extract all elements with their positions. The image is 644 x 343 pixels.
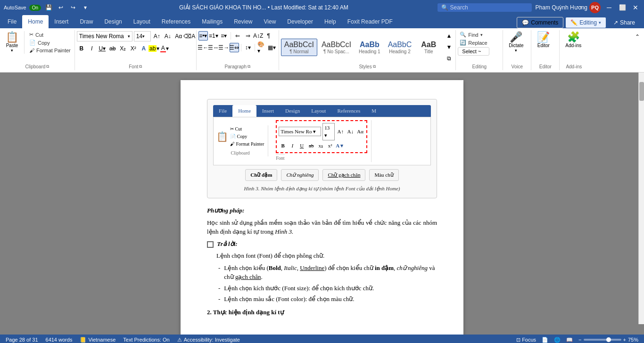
fig-tab-references[interactable]: References: [331, 105, 366, 117]
paste-button[interactable]: 📋 Paste ▾: [2, 31, 22, 54]
zoom-in-button[interactable]: +: [623, 337, 626, 343]
fig-tab-file[interactable]: File: [213, 105, 232, 117]
format-painter-button[interactable]: 🖌 Format Painter: [27, 47, 73, 54]
styles-scroll-down[interactable]: ▼: [444, 42, 454, 52]
clipboard-expand[interactable]: ⧉: [46, 64, 49, 69]
styles-more[interactable]: ⧉: [444, 54, 454, 63]
search-input[interactable]: [450, 4, 526, 11]
cut-button[interactable]: ✂ Cut: [27, 31, 73, 38]
style-heading2[interactable]: AaBbC Heading 2: [385, 39, 415, 56]
borders-button[interactable]: ▦▾: [267, 43, 277, 52]
tab-foxit[interactable]: Foxit Reader PDF: [342, 15, 398, 28]
fig-tab-home[interactable]: Home: [232, 105, 256, 117]
align-center-button[interactable]: ☰↔: [209, 43, 218, 52]
highlight-color-button[interactable]: ab▾: [149, 44, 159, 53]
autosave-toggle[interactable]: On: [29, 5, 41, 11]
minimize-icon[interactable]: ─: [604, 3, 614, 12]
view-read-button[interactable]: 📖: [566, 337, 573, 343]
dictate-button[interactable]: 🎤 Dictate ▾: [505, 31, 527, 54]
fig-font-size[interactable]: 13 ▾: [322, 123, 335, 140]
fig-bold-btn[interactable]: B: [279, 142, 287, 150]
sort-button[interactable]: A↕Z: [254, 31, 263, 41]
tab-mailings[interactable]: Mailings: [196, 15, 228, 28]
tab-draw[interactable]: Draw: [74, 15, 99, 28]
replace-button[interactable]: 🔄 Replace: [458, 39, 489, 46]
fig-decrease-font[interactable]: A↓: [346, 127, 355, 136]
collapse-ribbon-button[interactable]: ⌃: [633, 32, 642, 41]
fig-tab-m[interactable]: M: [366, 105, 382, 117]
focus-button[interactable]: ⊡ Focus: [516, 337, 536, 343]
share-button[interactable]: ↗ Share: [608, 17, 640, 28]
line-spacing-button[interactable]: ↕▾: [243, 43, 253, 52]
customize-icon[interactable]: ▾: [81, 3, 90, 12]
close-icon[interactable]: ✕: [631, 3, 640, 12]
tab-design[interactable]: Design: [99, 15, 127, 28]
bold-button[interactable]: B: [77, 44, 86, 53]
decrease-font-button[interactable]: A↓: [163, 32, 173, 41]
underline-button[interactable]: U▾: [98, 44, 107, 53]
fig-increase-font[interactable]: A↑: [336, 127, 345, 136]
font-size-selector[interactable]: 14 ▾: [134, 31, 151, 41]
editing-button[interactable]: ✏️ Editing ▾: [565, 17, 606, 28]
styles-scroll-up[interactable]: ▲: [444, 31, 454, 41]
fig-tab-layout[interactable]: Layout: [305, 105, 331, 117]
tab-references[interactable]: References: [156, 15, 196, 28]
style-normal[interactable]: AaBbCcI ¶ Normal: [281, 39, 317, 56]
numbering-button[interactable]: ≡1▾: [209, 31, 218, 41]
fig-copy-btn[interactable]: 📄 Copy: [230, 133, 264, 140]
strikethrough-button[interactable]: ab: [108, 44, 117, 53]
zoom-out-button[interactable]: −: [578, 337, 581, 343]
zoom-slider[interactable]: [584, 339, 621, 341]
editor-button[interactable]: 📝 Editor: [533, 31, 553, 49]
view-web-button[interactable]: 🌐: [554, 337, 561, 343]
styles-expand[interactable]: ⧉: [373, 64, 376, 69]
increase-indent-button[interactable]: ⇒: [243, 31, 253, 41]
tab-review[interactable]: Review: [228, 15, 258, 28]
decrease-indent-button[interactable]: ⇐: [233, 31, 242, 41]
justify-button[interactable]: ☰⇔: [230, 43, 239, 52]
view-layout-button[interactable]: 📄: [542, 337, 548, 343]
fig-textcolor-btn[interactable]: A ▾: [335, 142, 344, 150]
style-title[interactable]: AaB Title: [416, 39, 441, 56]
superscript-button[interactable]: X²: [129, 44, 138, 53]
chu-dam-button[interactable]: Chữ đậm: [245, 169, 277, 181]
copy-button[interactable]: 📄 Copy: [27, 39, 73, 46]
tab-view[interactable]: View: [258, 15, 282, 28]
fig-font-select[interactable]: Times New Ro ▾: [279, 127, 321, 137]
tab-help[interactable]: Help: [319, 15, 342, 28]
fig-subscript-btn[interactable]: x₂: [316, 142, 325, 150]
mau-chu-button[interactable]: Màu chữ: [369, 169, 398, 181]
align-left-button[interactable]: ☰←: [198, 43, 208, 52]
fig-change-case[interactable]: Aα: [356, 127, 364, 136]
font-name-selector[interactable]: Times New Roma ▾: [77, 31, 132, 41]
fig-paste-button[interactable]: 📋: [216, 130, 228, 144]
align-right-button[interactable]: ☰→: [219, 43, 229, 52]
fig-strikethrough-btn[interactable]: ab: [307, 142, 315, 150]
subscript-button[interactable]: X₂: [118, 44, 128, 53]
fig-cut-btn[interactable]: ✂ Cut: [230, 125, 264, 132]
tab-developer[interactable]: Developer: [281, 15, 319, 28]
paragraph-expand[interactable]: ⧉: [248, 64, 250, 69]
italic-button[interactable]: I: [87, 44, 97, 53]
search-box[interactable]: 🔍: [438, 3, 532, 12]
style-heading1[interactable]: AaBb Heading 1: [355, 39, 384, 56]
fig-tab-design[interactable]: Design: [280, 105, 305, 117]
bullets-button[interactable]: ≡•▾: [198, 31, 208, 41]
clear-format-button[interactable]: ⌫A: [185, 32, 194, 41]
tab-home[interactable]: Home: [22, 15, 49, 28]
fig-underline-btn[interactable]: U: [297, 142, 306, 150]
find-button[interactable]: 🔍 Find ▾: [458, 31, 489, 38]
tab-insert[interactable]: Insert: [49, 15, 74, 28]
fig-format-btn[interactable]: 🖌 Format Painter: [230, 140, 264, 147]
comments-button[interactable]: 💬 Comments: [517, 17, 563, 28]
user-avatar[interactable]: PQ: [589, 2, 601, 13]
scrollbar[interactable]: [638, 73, 644, 324]
chu-nghieng-button[interactable]: Chữ nghiêng: [281, 169, 319, 181]
maximize-icon[interactable]: ⬜: [618, 3, 627, 12]
undo-icon[interactable]: ↩: [56, 3, 66, 12]
fig-italic-btn[interactable]: I: [288, 142, 297, 150]
show-paragraph-button[interactable]: ¶: [264, 31, 273, 41]
style-no-spacing[interactable]: AaBbCcI ¶ No Spac...: [318, 39, 355, 56]
select-button[interactable]: Select ~: [458, 47, 489, 56]
chu-gach-chan-button[interactable]: Chữ gạch chân: [322, 169, 365, 181]
